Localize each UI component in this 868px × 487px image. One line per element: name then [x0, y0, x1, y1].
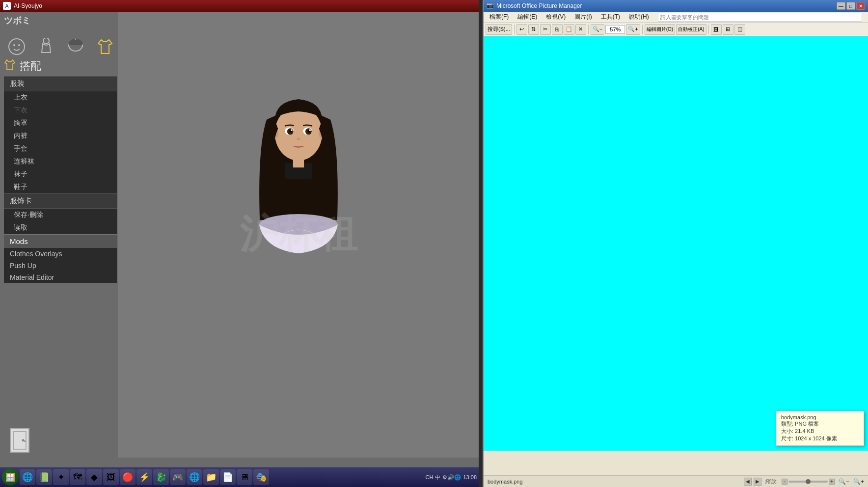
mods-item-clothes-overlays[interactable]: Clothes Overlays	[4, 248, 117, 260]
nav-prev[interactable]: ◀	[744, 478, 752, 486]
menu-item-gloves[interactable]: 手套	[4, 142, 117, 155]
menu-item-stockings[interactable]: 连裤袜	[4, 155, 117, 168]
mods-section-header[interactable]: Mods	[4, 234, 117, 248]
info-filename-text: bodymask.png	[781, 414, 816, 420]
taskbar-tray: CH 中 ⚙🔊🌐 13:08	[426, 474, 477, 481]
door-icon[interactable]	[10, 428, 29, 453]
taskbar-chrome[interactable]: 🌐	[187, 469, 202, 485]
svg-point-0	[9, 39, 25, 54]
status-nav: ◀ ▶	[744, 478, 761, 486]
tb-search[interactable]: 搜尋(S)...	[486, 24, 512, 35]
tb-delete[interactable]: ✕	[575, 24, 586, 35]
menu-tools[interactable]: 工具(T)	[597, 12, 624, 22]
tb-paste[interactable]: 📋	[564, 24, 574, 35]
wardrobe-icon	[4, 59, 16, 74]
taskbar-art[interactable]: 🖼	[103, 469, 119, 485]
mods-item-material-editor[interactable]: Material Editor	[4, 271, 117, 283]
taskbar-lightning[interactable]: ⚡	[136, 469, 152, 485]
taskbar-dragon[interactable]: 🐉	[153, 469, 169, 485]
menu-item-panties[interactable]: 内裤	[4, 130, 117, 142]
maximize-button[interactable]: □	[846, 2, 855, 10]
tb-zoom-in[interactable]: 🔍+	[626, 24, 640, 35]
svg-point-22	[291, 129, 293, 131]
game-title-icon: A	[3, 2, 11, 10]
wardrobe-title: 搭配	[20, 59, 41, 74]
taskbar-blue[interactable]: ◆	[86, 469, 102, 485]
menu-image[interactable]: 圖片(I)	[570, 12, 596, 22]
tb-updown[interactable]: ⇅	[528, 24, 539, 35]
close-button[interactable]: ✕	[856, 2, 865, 10]
info-type-text: 類型: PNG 檔案	[781, 420, 819, 428]
tb-icon3[interactable]: ◫	[734, 24, 745, 35]
menu-view[interactable]: 檢視(V)	[542, 12, 570, 22]
tb-sep4	[708, 25, 709, 34]
tb-sep3	[642, 25, 643, 34]
zoom-icon-small[interactable]: 🔍−	[839, 478, 849, 485]
minimize-button[interactable]: —	[837, 2, 845, 10]
tb-copy[interactable]: ⎘	[552, 24, 563, 35]
taskbar-avatar[interactable]: 🎭	[253, 469, 269, 485]
zoom-minus-btn[interactable]: -	[782, 479, 787, 485]
taskbar: 🪟 🌐 📗 ✦ 🗺 ◆ 🖼 🔴 ⚡ 🐉 🎮 🌐 📁 📄 🖥 🎭 CH 中 ⚙🔊🌐…	[0, 467, 479, 487]
tb-auto-fix[interactable]: 自動校正(A)	[676, 24, 706, 35]
taskbar-folder[interactable]: 📁	[203, 469, 219, 485]
svg-point-1	[13, 44, 15, 46]
menu-item-top[interactable]: 上衣	[4, 91, 117, 104]
clothes-nav-icon[interactable]	[94, 36, 116, 57]
office-toolbar: 搜尋(S)... ↩ ⇅ ✂ ⎘ 📋 ✕ 🔍− 🔍+ 編輯圖片(O) 自動校正(…	[484, 23, 868, 36]
tray-icons: ⚙🔊🌐	[442, 474, 461, 481]
tray-lang: CH	[426, 474, 434, 480]
taskbar-game[interactable]: 🎮	[170, 469, 186, 485]
svg-point-2	[18, 44, 20, 46]
tb-sep1	[514, 25, 515, 34]
app-name: ツボミ	[4, 15, 30, 27]
tb-zoom-out[interactable]: 🔍−	[591, 24, 604, 35]
office-menubar: 檔案(F) 編輯(E) 檢視(V) 圖片(I) 工具(T) 說明(H)	[484, 12, 868, 23]
zoom-label: 縮放:	[765, 478, 778, 485]
info-dimensions-text: 尺寸: 1024 x 1024 像素	[781, 435, 837, 442]
game-title-text: AI-Syoujyo	[14, 2, 42, 9]
window-controls: — □ ✕	[837, 2, 865, 10]
game-titlebar: A AI-Syoujyo	[0, 0, 479, 12]
menu-item-save-delete[interactable]: 保存·删除	[4, 209, 117, 221]
taskbar-browser[interactable]: 🌐	[20, 469, 35, 485]
section-header-card: 服饰卡	[4, 193, 117, 209]
taskbar-maps[interactable]: 🗺	[70, 469, 85, 485]
zoom-plus-btn[interactable]: +	[829, 479, 835, 485]
menu-edit[interactable]: 編輯(E)	[514, 12, 541, 22]
taskbar-red[interactable]: 🔴	[120, 469, 136, 485]
info-type: 類型: PNG 檔案	[781, 420, 859, 428]
taskbar-excel[interactable]: 📗	[36, 469, 52, 485]
tb-back[interactable]: ↩	[516, 24, 527, 35]
character-figure	[205, 92, 392, 377]
search-input[interactable]	[658, 13, 862, 22]
menu-item-bra[interactable]: 胸罩	[4, 117, 117, 130]
zoom-icon-large[interactable]: 🔍+	[853, 478, 864, 485]
menu-item-socks[interactable]: 袜子	[4, 168, 117, 181]
svg-rect-27	[13, 432, 26, 449]
tb-icon1[interactable]: 🖼	[711, 24, 722, 35]
taskbar-monitor[interactable]: 🖥	[237, 469, 252, 485]
mods-item-push-up[interactable]: Push Up	[4, 260, 117, 271]
office-titlebar: 📷 Microsoft Office Picture Manager — □ ✕	[484, 0, 868, 12]
face-icon[interactable]	[6, 36, 27, 57]
menu-help[interactable]: 說明(H)	[625, 12, 653, 22]
menu-item-shoes[interactable]: 鞋子	[4, 181, 117, 193]
taskbar-star[interactable]: ✦	[53, 469, 69, 485]
zoom-track[interactable]	[788, 481, 828, 483]
tb-icon2[interactable]: ⊞	[723, 24, 733, 35]
info-filename: bodymask.png	[781, 414, 859, 420]
tb-cut[interactable]: ✂	[540, 24, 551, 35]
taskbar-word[interactable]: 📄	[220, 469, 236, 485]
hair-icon[interactable]	[65, 36, 86, 57]
start-button[interactable]: 🪟	[2, 469, 19, 486]
svg-point-28	[22, 439, 25, 442]
nav-next[interactable]: ▶	[754, 478, 761, 486]
menu-item-load[interactable]: 读取	[4, 221, 117, 234]
character-panties-svg	[254, 210, 343, 254]
body-icon[interactable]	[35, 36, 57, 57]
info-dimensions: 尺寸: 1024 x 1024 像素	[781, 435, 859, 442]
menu-file[interactable]: 檔案(F)	[486, 12, 513, 22]
zoom-input[interactable]	[605, 25, 625, 34]
tb-edit-image[interactable]: 編輯圖片(O)	[645, 24, 675, 35]
